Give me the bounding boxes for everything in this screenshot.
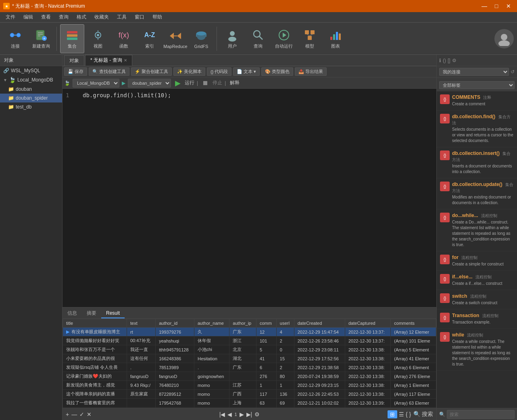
cell-dateCaptured[interactable]: 2022-12-30 13:38: (345, 363, 391, 372)
run-button[interactable]: ▶ (173, 79, 182, 88)
col-header-comm[interactable]: comm (256, 319, 277, 328)
collection-select[interactable]: douban_spider (128, 79, 171, 88)
cell-title[interactable]: 小来爱耍赖的衣品真的很 (63, 354, 127, 363)
menu-query[interactable]: 查询 (55, 12, 73, 22)
table-row[interactable]: ▶ 有没有单眼皮睡眼泡博主rt199379276久广东1242022-12-29… (63, 328, 436, 336)
cell-title[interactable]: 记录豪门婚族❤️夫妇的 (63, 372, 127, 381)
cell-author_ip[interactable] (229, 372, 256, 381)
refresh-icon[interactable]: ↺ (511, 69, 515, 75)
cell-author_ip[interactable]: 上海 (229, 399, 256, 407)
cell-comments[interactable]: (Array) 117 Eleme (391, 390, 436, 399)
cell-author_id[interactable]: fangruoD (156, 372, 194, 381)
table-row[interactable]: 我拉了一些蓄椭窗里的席179542768momo上海63692022-12-21… (63, 399, 436, 407)
cell-author_name[interactable]: momo (194, 390, 229, 399)
cell-text[interactable]: fangruoD (127, 372, 155, 381)
cell-userI[interactable]: 15 (276, 354, 294, 363)
snippet-tag-select[interactable]: 全部标签 (439, 81, 515, 89)
cell-dateCaptured[interactable]: 2022-12-30 13:38: (345, 354, 391, 363)
cell-author_id[interactable]: 76480210 (156, 381, 194, 390)
table-row[interactable]: 我觉得抛抛藜好好看好好笑00:47补充yeahshuqi休年假浙江1012202… (63, 336, 436, 345)
toolbar-mapreduce[interactable]: MapReduce (163, 24, 188, 53)
cell-text[interactable]: rt (127, 328, 155, 336)
sidebar-item-wsl-mysql[interactable]: 🔗 WSL_MySQL (0, 66, 62, 75)
cell-comments[interactable]: (Array) 12 Elemer (391, 328, 436, 336)
tab-query[interactable]: * 无标题 - 查询 ✕ (85, 55, 132, 66)
user-avatar[interactable] (494, 29, 514, 48)
cell-text[interactable]: . (127, 363, 155, 372)
menu-help[interactable]: 帮助 (148, 12, 166, 22)
cell-author_ip[interactable]: 浙江 (229, 336, 256, 345)
cell-userI[interactable]: 1 (276, 381, 294, 390)
cell-comments[interactable]: (Array) 6 Element (391, 363, 436, 372)
result-table-container[interactable]: title text author_id author_name author_… (63, 319, 436, 408)
cell-title[interactable]: 张靓玲和张百万不是一个 (63, 345, 127, 354)
cell-text[interactable]: 原生家庭 (127, 390, 155, 399)
cell-title[interactable]: 我拉了一些蓄椭窗里的席 (63, 399, 127, 407)
page-settings-button[interactable]: ⚙ (254, 411, 260, 418)
cell-comments[interactable]: (Array) 41 Elemer (391, 354, 436, 363)
cell-dateCaptured[interactable]: 2022-12-30 13:39: (345, 399, 391, 407)
prev-page-button[interactable]: ◀ (227, 411, 232, 418)
cell-comments[interactable]: (Array) 1 Element (391, 381, 436, 390)
next-page-button[interactable]: ▶ (240, 411, 244, 418)
snippet-search-input[interactable] (447, 410, 515, 419)
toolbar-query[interactable]: 查询 (246, 24, 270, 53)
col-header-author-name[interactable]: author_name (194, 319, 229, 328)
cell-dateCaptured[interactable]: 2022-12-30 13:37: (345, 328, 391, 336)
cell-dateCreated[interactable]: 2022-12-21 10:02:02 (294, 399, 345, 407)
cell-comments[interactable]: (Array) 276 Eleme (391, 372, 436, 381)
table-row[interactable]: 新发现的美食博主，感觉9.43 Rkp:/76480210momo江苏11202… (63, 381, 436, 390)
cell-userI[interactable]: 69 (276, 399, 294, 407)
cell-dateCreated[interactable]: 2022-12-29 15:47:54 (294, 328, 345, 336)
first-page-button[interactable]: |◀ (219, 411, 225, 418)
table-row[interactable]: 记录豪门婚族❤️夫妇的fangruoDfangruoDgoingnowhen27… (63, 372, 436, 381)
cell-userI[interactable]: 80 (276, 372, 294, 381)
cell-comm[interactable]: 276 (256, 372, 277, 381)
cell-author_name[interactable]: 久 (194, 328, 229, 336)
cell-dateCaptured[interactable]: 2022-12-30 13:37: (345, 336, 391, 345)
snippet-item[interactable]: {} db.collection.insert() 集合方法 Inserts a… (437, 147, 517, 178)
result-tab-info[interactable]: 信息 (63, 308, 82, 318)
snippet-connection-select[interactable]: 我的连接 (439, 68, 509, 76)
cell-dateCaptured[interactable]: 2022-12-30 13:38: (345, 390, 391, 399)
col-header-author-ip[interactable]: author_ip (229, 319, 256, 328)
cell-comments[interactable]: (Array) 63 Elemer (391, 399, 436, 407)
cell-dateCreated[interactable]: 2020-07-24 19:38:59 (294, 372, 345, 381)
result-tab-result[interactable]: Result (101, 309, 125, 318)
table-row[interactable]: 发现疑似rsq店铺 令人生畏.78513989.广东622022-12-29 2… (63, 363, 436, 372)
stop-button[interactable]: ⏹ (200, 79, 210, 87)
sidebar-item-local-mongodb[interactable]: ▼ 🍃 Local_MongoDB (0, 75, 62, 85)
cell-comments[interactable]: (Array) 5 Element (391, 345, 436, 354)
cell-author_name[interactable]: 小池chi (194, 345, 229, 354)
cell-dateCaptured[interactable]: 2022-12-30 13:38: (345, 372, 391, 381)
cell-author_name[interactable]: goingnowhen (194, 372, 229, 381)
toolbar-function[interactable]: f(x) 函数 (112, 24, 136, 53)
cell-author_id[interactable]: yeahshuqi (156, 336, 194, 345)
sidebar-tab-object[interactable]: 对象 (0, 55, 18, 65)
text-button[interactable]: 📄 文本 ▾ (233, 67, 260, 76)
cell-dateCaptured[interactable]: 2022-12-30 13:38: (345, 381, 391, 390)
cell-title[interactable]: 新发现的美食博主，感觉 (63, 381, 127, 390)
snippet-item[interactable]: {} switch 流程控制 Create a switch construct (437, 290, 517, 309)
cell-comm[interactable]: 5 (256, 345, 277, 354)
tab-close-icon[interactable]: ✕ (124, 58, 127, 63)
toolbar-view[interactable]: 视图 (86, 24, 110, 53)
confirm-button[interactable]: ✓ (79, 411, 84, 418)
cancel-edit-button[interactable]: ✕ (87, 411, 92, 418)
toolbar-connect[interactable]: 连接 (3, 24, 27, 53)
find-create-button[interactable]: 🔍 查找创建工具 (89, 67, 129, 76)
cell-userI[interactable]: 136 (276, 390, 294, 399)
sidebar-item-test-db[interactable]: 📁 test_db (0, 102, 62, 111)
cell-title[interactable]: ▶ 有没有单眼皮睡眼泡博主 (63, 328, 127, 336)
table-row[interactable]: 小来爱耍赖的衣品真的很这有任何166248386Hesitation湖北4115… (63, 354, 436, 363)
menu-tools[interactable]: 工具 (113, 12, 131, 22)
cell-comm[interactable]: 101 (256, 336, 277, 345)
col-header-date-captured[interactable]: dateCaptured (345, 319, 391, 328)
col-header-userl[interactable]: userI (276, 319, 294, 328)
cell-author_ip[interactable]: 湖北 (229, 354, 256, 363)
cell-author_name[interactable]: momo (194, 399, 229, 407)
explain-button[interactable]: 解释 (228, 79, 241, 86)
cell-author_id[interactable]: 872289512 (156, 390, 194, 399)
col-header-text[interactable]: text (127, 319, 155, 328)
grid-view-button[interactable]: ⊞ (388, 410, 397, 418)
